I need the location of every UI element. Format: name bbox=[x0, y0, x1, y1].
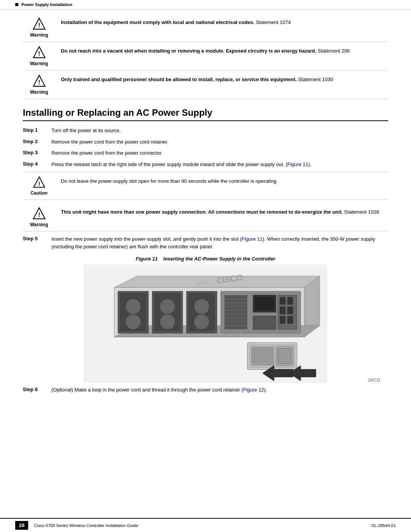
step-row-3: Step 3 Remove the power cord from the po… bbox=[23, 149, 388, 157]
warning-normal-4: Statement 1028 bbox=[343, 209, 379, 215]
step-text-6: (Optional) Make a loop in the power cord… bbox=[51, 386, 388, 394]
warning-text-3: Only trained and qualified personnel sho… bbox=[61, 74, 388, 83]
step-row-5: Step 5 Insert the new power supply into … bbox=[23, 235, 388, 250]
warning-row-2: ! Warning Do not reach into a vacant slo… bbox=[23, 42, 388, 70]
warning-row-3: ! Warning Only trained and qualified per… bbox=[23, 70, 388, 99]
step-row-1: Step 1 Turn off the power at its source. bbox=[23, 127, 388, 134]
warning-left-3: ! Warning bbox=[23, 74, 61, 95]
warning-left-1: ! Warning bbox=[23, 17, 61, 38]
main-content: ! Warning Installation of the equipment … bbox=[0, 10, 411, 518]
warning-bold-3: Only trained and qualified personnel sho… bbox=[61, 77, 297, 82]
svg-rect-42 bbox=[280, 307, 285, 314]
caution-icon: ! bbox=[33, 176, 46, 189]
warning-label-4: Warning bbox=[30, 222, 48, 227]
header-title: Power Supply Installation bbox=[21, 2, 72, 7]
svg-rect-57 bbox=[278, 348, 291, 364]
caution-label: Caution bbox=[30, 190, 48, 196]
svg-rect-51 bbox=[251, 347, 274, 366]
figure-caption: Figure 11 Inserting the AC-Power Supply … bbox=[23, 256, 388, 262]
svg-rect-38 bbox=[255, 297, 274, 310]
warning-normal-1: Statement 1074 bbox=[255, 19, 291, 25]
svg-point-18 bbox=[126, 314, 141, 329]
figure-number: Figure 11 bbox=[136, 256, 158, 262]
step-row-4: Step 4 Press the release latch at the ri… bbox=[23, 161, 388, 168]
footer-left: 28 Cisco 5700 Series Wireless Controller… bbox=[15, 521, 138, 530]
warning-bold-4: This unit might have more than one power… bbox=[61, 209, 343, 215]
svg-text:!: ! bbox=[38, 181, 40, 187]
step-text-5: Insert the new power supply into the pow… bbox=[51, 235, 388, 250]
caution-text: Do not leave the power-supply slot open … bbox=[61, 176, 388, 185]
warning-text-4: This unit might have more than one power… bbox=[61, 207, 388, 216]
svg-text:!: ! bbox=[38, 22, 40, 29]
step-label-1: Step 1 bbox=[23, 127, 51, 133]
svg-rect-43 bbox=[280, 316, 285, 324]
svg-rect-44 bbox=[287, 297, 293, 305]
warning-text-2: Do not reach into a vacant slot when ins… bbox=[61, 46, 388, 55]
figure-container: Figure 11 Inserting the AC-Power Supply … bbox=[23, 256, 388, 382]
warning-normal-3: Statement 1030 bbox=[297, 77, 333, 82]
warning-bold-1: Installation of the equipment must compl… bbox=[61, 19, 255, 25]
footer-page-number: 28 bbox=[15, 521, 28, 530]
step-label-6: Step 6 bbox=[23, 386, 51, 392]
svg-rect-28 bbox=[225, 295, 247, 329]
warning-normal-2: Statement 206 bbox=[316, 48, 350, 54]
warning-row-4: ! Warning This unit might have more than… bbox=[23, 203, 388, 232]
figure11-link-step4[interactable]: Figure 11 bbox=[287, 161, 308, 167]
figure11-link-step5[interactable]: Figure 11 bbox=[242, 236, 263, 242]
footer-doc-number: OL-28544-01 bbox=[371, 523, 396, 528]
step-text-4: Press the release latch at the right sid… bbox=[51, 161, 388, 168]
warning-left-4: ! Warning bbox=[23, 207, 61, 227]
warning-left-2: ! Warning bbox=[23, 46, 61, 66]
cisco-device-image: CISCO |||||||||||| bbox=[84, 265, 327, 383]
footer: 28 Cisco 5700 Series Wireless Controller… bbox=[0, 518, 411, 532]
warning-label-1: Warning bbox=[30, 32, 48, 38]
header-bar: Power Supply Installation bbox=[0, 0, 411, 10]
svg-point-25 bbox=[194, 299, 209, 314]
svg-text:!: ! bbox=[38, 79, 40, 86]
svg-point-22 bbox=[160, 314, 175, 329]
warning-icon-4: ! bbox=[32, 207, 46, 220]
warning-label-3: Warning bbox=[30, 89, 48, 95]
caution-left: ! Caution bbox=[23, 176, 61, 196]
svg-text:!: ! bbox=[38, 211, 40, 218]
figure-caption-text: Inserting the AC-Power Supply in the Con… bbox=[163, 256, 275, 262]
svg-rect-39 bbox=[253, 316, 276, 329]
warning-bold-2: Do not reach into a vacant slot when ins… bbox=[61, 48, 316, 54]
svg-point-21 bbox=[160, 299, 175, 314]
step-label-3: Step 3 bbox=[23, 149, 51, 155]
warning-row-1: ! Warning Installation of the equipment … bbox=[23, 13, 388, 42]
svg-rect-41 bbox=[280, 297, 285, 305]
step-text-1: Turn off the power at its source. bbox=[51, 127, 388, 134]
step-label-2: Step 2 bbox=[23, 138, 51, 144]
step-label-4: Step 4 bbox=[23, 161, 51, 167]
step-text-3: Remove the power cord from the power con… bbox=[51, 149, 388, 157]
footer-doc-title: Cisco 5700 Series Wireless Controller In… bbox=[34, 523, 138, 528]
header-square-icon bbox=[15, 3, 18, 6]
warning-label-2: Warning bbox=[30, 61, 48, 66]
warning-icon-3: ! bbox=[32, 74, 46, 88]
step-row-2: Step 2 Remove the power cord from the po… bbox=[23, 138, 388, 146]
section-heading: Installing or Replacing an AC Power Supp… bbox=[23, 107, 388, 121]
svg-point-17 bbox=[126, 299, 141, 314]
page-wrapper: Power Supply Installation ! Warning Inst… bbox=[0, 0, 411, 532]
step-label-5: Step 5 bbox=[23, 235, 51, 241]
figure12-link[interactable]: Figure 12 bbox=[243, 387, 264, 393]
svg-text:!: ! bbox=[38, 50, 40, 57]
svg-point-26 bbox=[194, 314, 209, 329]
caution-row: ! Caution Do not leave the power-supply … bbox=[23, 172, 388, 200]
warning-icon-2: ! bbox=[32, 46, 46, 59]
warning-icon-1: ! bbox=[32, 17, 46, 31]
step-text-2: Remove the power cord from the power cor… bbox=[51, 138, 388, 146]
step-row-6: Step 6 (Optional) Make a loop in the pow… bbox=[23, 386, 388, 394]
svg-rect-46 bbox=[287, 316, 293, 324]
svg-rect-45 bbox=[287, 307, 293, 314]
warning-text-1: Installation of the equipment must compl… bbox=[61, 17, 388, 26]
